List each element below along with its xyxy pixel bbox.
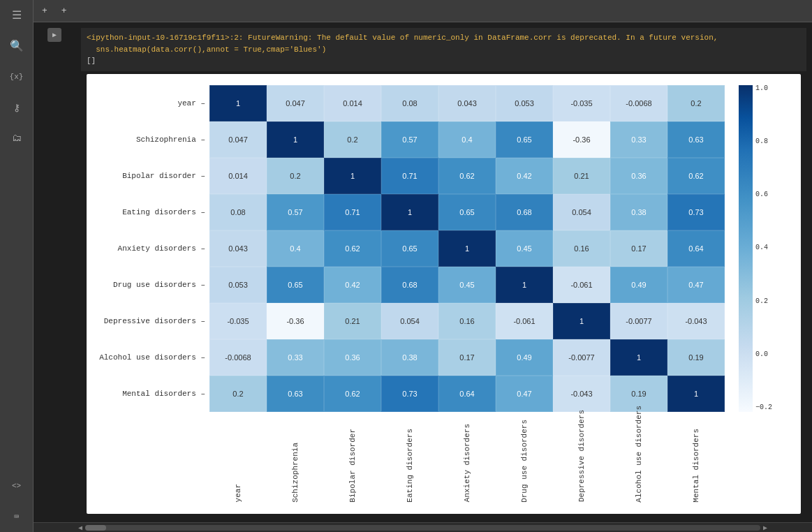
heatmap-row: Eating disorders –0.080.570.7110.650.680… bbox=[98, 194, 725, 230]
add-code-button[interactable]: + bbox=[42, 6, 50, 16]
scrollbar-thumb[interactable] bbox=[85, 525, 106, 531]
menu-icon[interactable]: ☰ bbox=[7, 6, 27, 25]
search-icon[interactable]: 🔍 bbox=[7, 36, 27, 56]
heatmap-cell: -0.36 bbox=[267, 303, 324, 339]
heatmap-cell: 0.33 bbox=[610, 121, 667, 158]
heatmap-cell: 1 bbox=[610, 339, 667, 376]
heatmap-cell: 0.64 bbox=[667, 230, 725, 267]
row-label: Schizophrenia – bbox=[98, 135, 209, 144]
heatmap-cell: 1 bbox=[324, 158, 381, 194]
heatmap-cell: 0.63 bbox=[667, 121, 725, 158]
heatmap-output: year –10.0470.0140.080.0430.053-0.035-0.… bbox=[87, 74, 801, 514]
heatmap-cell: 0.63 bbox=[267, 376, 324, 412]
scrollbar-track[interactable] bbox=[85, 525, 760, 531]
scrollbar-area: ◀ ▶ bbox=[34, 522, 812, 532]
heatmap-cell: 1 bbox=[496, 267, 553, 303]
heatmap-cell: 0.47 bbox=[667, 267, 725, 303]
heatmap-cell: 0.014 bbox=[209, 158, 267, 194]
row-label: Bipolar disorder – bbox=[98, 172, 209, 180]
colorbar-wrapper: 1.00.80.60.40.20.0−0.2 bbox=[739, 85, 772, 412]
col-label: year bbox=[234, 481, 242, 502]
cell-run-icon: ▶ bbox=[47, 28, 61, 42]
heatmap-cell: 0.68 bbox=[381, 267, 438, 303]
heatmap-cell: -0.035 bbox=[209, 303, 267, 339]
heatmap-cell: 0.65 bbox=[267, 267, 324, 303]
heatmap-cell: -0.043 bbox=[553, 376, 610, 412]
col-label: Drug use disorders bbox=[520, 417, 529, 503]
notebook[interactable]: ▶ <ipython-input-10-16719c1f9f11>:2: Fut… bbox=[34, 22, 812, 522]
col-label: Depressive disorders bbox=[577, 407, 586, 502]
heatmap-container: year –10.0470.0140.080.0430.053-0.035-0.… bbox=[98, 85, 790, 412]
secrets-icon[interactable]: ⚷ bbox=[7, 98, 27, 117]
col-labels-row: yearSchizophreniaBipolar disorderEating … bbox=[209, 412, 790, 503]
heatmap-cell: 0.62 bbox=[438, 158, 496, 194]
col-label-wrapper: Eating disorders bbox=[381, 412, 438, 503]
add-text-button[interactable]: + bbox=[61, 6, 70, 16]
warning-line1: <ipython-input-10-16719c1f9f11>:2: Futur… bbox=[87, 34, 718, 42]
keyboard-icon[interactable]: ⌨ bbox=[7, 507, 27, 526]
heatmap-row: Anxiety disorders –0.0430.40.620.6510.45… bbox=[98, 230, 725, 267]
heatmap-cell: 0.054 bbox=[553, 194, 610, 230]
terminal-icon[interactable]: <> bbox=[7, 476, 27, 496]
main-area: + + ▶ <ipython-input-10-16719c1f9f11>:2:… bbox=[34, 0, 812, 532]
heatmap-cell: 0.57 bbox=[267, 194, 324, 230]
heatmap-row: Alcohol use disorders –-0.00680.330.360.… bbox=[98, 339, 725, 376]
heatmap-cell: 0.62 bbox=[667, 158, 725, 194]
cell-body: <ipython-input-10-16719c1f9f11>:2: Futur… bbox=[75, 25, 812, 522]
heatmap-cell: 0.73 bbox=[381, 376, 438, 412]
heatmap-cell: 0.68 bbox=[496, 194, 553, 230]
heatmap-cell: 0.38 bbox=[610, 194, 667, 230]
heatmap-cell: -0.36 bbox=[553, 121, 610, 158]
heatmap-cell: 1 bbox=[438, 230, 496, 267]
heatmap-cell: 0.4 bbox=[267, 230, 324, 267]
colorbar-tick: 0.8 bbox=[755, 138, 772, 145]
heatmap-cell: 0.42 bbox=[496, 158, 553, 194]
heatmap-cell: 0.2 bbox=[209, 376, 267, 412]
heatmap-cell: 0.2 bbox=[324, 121, 381, 158]
heatmap-cell: 0.16 bbox=[438, 303, 496, 339]
variables-icon[interactable]: {x} bbox=[7, 67, 27, 87]
heatmap-cell: 0.33 bbox=[267, 339, 324, 376]
row-label: Depressive disorders – bbox=[98, 317, 209, 325]
scroll-left-arrow[interactable]: ◀ bbox=[75, 524, 85, 532]
heatmap-row: Drug use disorders –0.0530.650.420.680.4… bbox=[98, 267, 725, 303]
heatmap-cell: 0.45 bbox=[496, 230, 553, 267]
col-label: Mental disorders bbox=[692, 426, 700, 503]
col-label-wrapper: Alcohol use disorders bbox=[610, 412, 667, 503]
heatmap-cell: 0.053 bbox=[496, 85, 553, 121]
heatmap-cell: 0.2 bbox=[267, 158, 324, 194]
heatmap-cell: 0.053 bbox=[209, 267, 267, 303]
col-label: Alcohol use disorders bbox=[635, 403, 643, 503]
heatmap-cell: 1 bbox=[209, 85, 267, 121]
heatmap-cell: 0.45 bbox=[438, 267, 496, 303]
sidebar: ☰ 🔍 {x} ⚷ 🗂 <> ⌨ bbox=[0, 0, 34, 532]
heatmap-cell: 0.36 bbox=[610, 158, 667, 194]
heatmap-cell: 0.08 bbox=[381, 85, 438, 121]
heatmap-cell: 0.62 bbox=[324, 230, 381, 267]
heatmap-cell: -0.061 bbox=[496, 303, 553, 339]
col-label: Anxiety disorders bbox=[463, 421, 471, 502]
heatmap-row: year –10.0470.0140.080.0430.053-0.035-0.… bbox=[98, 85, 725, 121]
heatmap-row: Schizophrenia –0.04710.20.570.40.65-0.36… bbox=[98, 121, 725, 158]
scroll-right-arrow[interactable]: ▶ bbox=[760, 524, 770, 532]
colorbar-bar bbox=[739, 85, 753, 412]
heatmap-row: Bipolar disorder –0.0140.210.710.620.420… bbox=[98, 158, 725, 194]
col-label-wrapper: Drug use disorders bbox=[496, 412, 553, 503]
heatmap-cell: -0.043 bbox=[667, 303, 725, 339]
files-icon[interactable]: 🗂 bbox=[7, 128, 27, 148]
heatmap-cell: 0.65 bbox=[496, 121, 553, 158]
row-label: Drug use disorders – bbox=[98, 281, 209, 289]
heatmap-cell: 0.047 bbox=[267, 85, 324, 121]
colorbar-tick: 1.0 bbox=[755, 85, 772, 92]
heatmap-cell: 0.73 bbox=[667, 194, 725, 230]
heatmap-row: Mental disorders –0.20.630.620.730.640.4… bbox=[98, 376, 725, 412]
cell-output: ▶ <ipython-input-10-16719c1f9f11>:2: Fut… bbox=[34, 22, 812, 522]
heatmap-cell: 0.08 bbox=[209, 194, 267, 230]
col-label: Eating disorders bbox=[406, 426, 414, 503]
heatmap-cell: 0.71 bbox=[324, 194, 381, 230]
plus-icon: + bbox=[42, 6, 47, 16]
heatmap-cell: 1 bbox=[553, 303, 610, 339]
heatmap-cell: 0.014 bbox=[324, 85, 381, 121]
heatmap-cell: 0.047 bbox=[209, 121, 267, 158]
plus-icon-text: + bbox=[61, 6, 67, 16]
